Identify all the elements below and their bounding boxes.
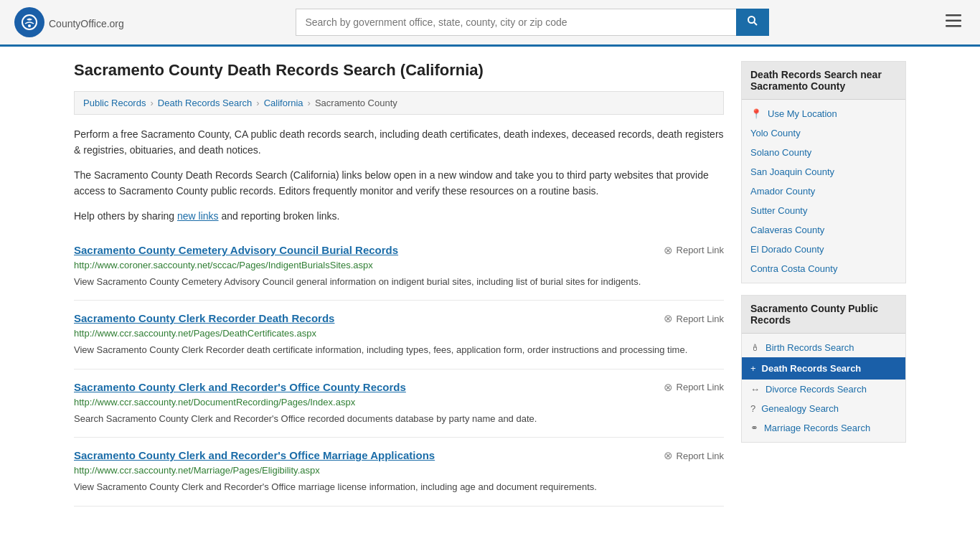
breadcrumb-california[interactable]: California bbox=[264, 98, 303, 108]
report-link-1[interactable]: ⊗ Report Link bbox=[664, 244, 724, 257]
sidebar-nearby-links: 📍 Use My Location Yolo County Solano Cou… bbox=[742, 100, 905, 283]
result-header-1: Sacramento County Cemetery Advisory Coun… bbox=[74, 244, 724, 257]
sidebar-link-san-joaquin[interactable]: San Joaquin County bbox=[742, 162, 905, 182]
result-url-2[interactable]: http://www.ccr.saccounty.net/Pages/Death… bbox=[74, 328, 724, 339]
report-icon-2: ⊗ bbox=[664, 312, 673, 325]
sidebar-link-solano[interactable]: Solano County bbox=[742, 143, 905, 162]
result-title-1[interactable]: Sacramento County Cemetery Advisory Coun… bbox=[74, 244, 398, 256]
sidebar-use-location[interactable]: 📍 Use My Location bbox=[742, 104, 905, 123]
death-records-icon: + bbox=[750, 363, 756, 374]
birth-records-link[interactable]: Birth Records Search bbox=[765, 342, 854, 353]
results-list: Sacramento County Cemetery Advisory Coun… bbox=[74, 232, 724, 507]
contra-costa-county-link[interactable]: Contra Costa County bbox=[750, 263, 837, 274]
logo-suffix: .org bbox=[107, 18, 124, 29]
sidebar-marriage-records[interactable]: ⚭ Marriage Records Search bbox=[742, 418, 905, 438]
amador-county-link[interactable]: Amador County bbox=[750, 186, 815, 197]
result-header-4: Sacramento County Clerk and Recorder's O… bbox=[74, 449, 724, 462]
report-link-3[interactable]: ⊗ Report Link bbox=[664, 381, 724, 394]
report-link-4[interactable]: ⊗ Report Link bbox=[664, 449, 724, 462]
sidebar: Death Records Search near Sacramento Cou… bbox=[741, 61, 906, 507]
logo-text: CountyOffice.org bbox=[49, 14, 124, 31]
breadcrumb-sep-3: › bbox=[308, 98, 311, 108]
marriage-records-icon: ⚭ bbox=[750, 423, 758, 433]
report-label-1: Report Link bbox=[677, 245, 724, 255]
content-area: Sacramento County Death Records Search (… bbox=[74, 61, 724, 507]
sidebar-public-records-links: 🕯 Birth Records Search + Death Records S… bbox=[742, 334, 905, 442]
result-desc-4: View Sacramento County Clerk and Recorde… bbox=[74, 480, 724, 494]
sidebar-divorce-records[interactable]: ↔ Divorce Records Search bbox=[742, 380, 905, 399]
report-icon-3: ⊗ bbox=[664, 381, 673, 394]
use-my-location-link[interactable]: Use My Location bbox=[768, 108, 837, 119]
main-container: Sacramento County Death Records Search (… bbox=[60, 47, 920, 521]
breadcrumb-death-records-search[interactable]: Death Records Search bbox=[158, 98, 253, 108]
description-3-suffix: and reporting broken links. bbox=[219, 210, 340, 222]
svg-rect-4 bbox=[946, 14, 961, 17]
sidebar-public-records-section: Sacramento County Public Records 🕯 Birth… bbox=[741, 295, 906, 443]
result-desc-3: Search Sacramento County Clerk and Recor… bbox=[74, 412, 724, 426]
result-item-4: Sacramento County Clerk and Recorder's O… bbox=[74, 438, 724, 507]
sidebar-link-calaveras[interactable]: Calaveras County bbox=[742, 220, 905, 240]
report-icon-1: ⊗ bbox=[664, 244, 673, 257]
report-icon-4: ⊗ bbox=[664, 449, 673, 462]
san-joaquin-county-link[interactable]: San Joaquin County bbox=[750, 166, 834, 177]
result-url-3[interactable]: http://www.ccr.saccounty.net/DocumentRec… bbox=[74, 397, 724, 408]
svg-point-2 bbox=[748, 17, 755, 23]
marriage-records-link[interactable]: Marriage Records Search bbox=[764, 423, 870, 433]
sidebar-link-amador[interactable]: Amador County bbox=[742, 182, 905, 201]
sidebar-link-yolo[interactable]: Yolo County bbox=[742, 123, 905, 143]
result-header-2: Sacramento County Clerk Recorder Death R… bbox=[74, 312, 724, 325]
sidebar-birth-records[interactable]: 🕯 Birth Records Search bbox=[742, 338, 905, 357]
description-1: Perform a free Sacramento County, CA pub… bbox=[74, 126, 724, 159]
svg-rect-6 bbox=[946, 25, 961, 27]
location-pin-icon: 📍 bbox=[750, 108, 762, 119]
svg-rect-5 bbox=[946, 20, 961, 22]
result-item-1: Sacramento County Cemetery Advisory Coun… bbox=[74, 232, 724, 301]
genealogy-icon: ? bbox=[750, 403, 755, 414]
breadcrumb-public-records[interactable]: Public Records bbox=[83, 98, 146, 108]
divorce-records-link[interactable]: Divorce Records Search bbox=[765, 384, 867, 395]
description-3: Help others by sharing new links and rep… bbox=[74, 208, 724, 224]
svg-point-1 bbox=[28, 24, 31, 27]
result-desc-1: View Sacramento County Cemetery Advisory… bbox=[74, 275, 724, 289]
breadcrumb: Public Records › Death Records Search › … bbox=[74, 91, 724, 115]
sidebar-nearby-section: Death Records Search near Sacramento Cou… bbox=[741, 61, 906, 283]
breadcrumb-sacramento-county: Sacramento County bbox=[315, 98, 397, 108]
solano-county-link[interactable]: Solano County bbox=[750, 147, 811, 158]
result-title-2[interactable]: Sacramento County Clerk Recorder Death R… bbox=[74, 312, 334, 324]
result-title-4[interactable]: Sacramento County Clerk and Recorder's O… bbox=[74, 449, 435, 461]
header: CountyOffice.org bbox=[0, 0, 980, 47]
sidebar-genealogy[interactable]: ? Genealogy Search bbox=[742, 399, 905, 418]
sidebar-link-contra-costa[interactable]: Contra Costa County bbox=[742, 259, 905, 278]
new-links-link[interactable]: new links bbox=[177, 210, 219, 222]
report-label-2: Report Link bbox=[677, 314, 724, 324]
el-dorado-county-link[interactable]: El Dorado County bbox=[750, 244, 824, 255]
page-title: Sacramento County Death Records Search (… bbox=[74, 61, 724, 80]
divorce-records-icon: ↔ bbox=[750, 384, 760, 395]
result-url-4[interactable]: http://www.ccr.saccounty.net/Marriage/Pa… bbox=[74, 465, 724, 476]
sidebar-nearby-title: Death Records Search near Sacramento Cou… bbox=[742, 62, 905, 100]
report-link-2[interactable]: ⊗ Report Link bbox=[664, 312, 724, 325]
result-header-3: Sacramento County Clerk and Recorder's O… bbox=[74, 381, 724, 394]
sidebar-public-records-title: Sacramento County Public Records bbox=[742, 296, 905, 334]
sutter-county-link[interactable]: Sutter County bbox=[750, 205, 808, 216]
result-url-1[interactable]: http://www.coroner.saccounty.net/sccac/P… bbox=[74, 260, 724, 270]
sidebar-link-el-dorado[interactable]: El Dorado County bbox=[742, 240, 905, 259]
breadcrumb-sep-2: › bbox=[256, 98, 259, 108]
result-item-3: Sacramento County Clerk and Recorder's O… bbox=[74, 369, 724, 438]
breadcrumb-sep-1: › bbox=[150, 98, 153, 108]
birth-records-icon: 🕯 bbox=[750, 342, 760, 353]
result-title-3[interactable]: Sacramento County Clerk and Recorder's O… bbox=[74, 381, 406, 393]
logo-area: CountyOffice.org bbox=[14, 7, 124, 37]
sidebar-link-sutter[interactable]: Sutter County bbox=[742, 201, 905, 220]
calaveras-county-link[interactable]: Calaveras County bbox=[750, 225, 824, 235]
sidebar-death-records[interactable]: + Death Records Search bbox=[742, 357, 905, 380]
result-item-2: Sacramento County Clerk Recorder Death R… bbox=[74, 301, 724, 369]
menu-button[interactable] bbox=[941, 9, 966, 36]
yolo-county-link[interactable]: Yolo County bbox=[750, 128, 801, 138]
search-input[interactable] bbox=[296, 9, 736, 36]
genealogy-link[interactable]: Genealogy Search bbox=[761, 403, 839, 414]
report-label-4: Report Link bbox=[677, 451, 724, 461]
search-button[interactable] bbox=[736, 9, 769, 36]
result-desc-2: View Sacramento County Clerk Recorder de… bbox=[74, 343, 724, 357]
death-records-link[interactable]: Death Records Search bbox=[762, 363, 862, 374]
